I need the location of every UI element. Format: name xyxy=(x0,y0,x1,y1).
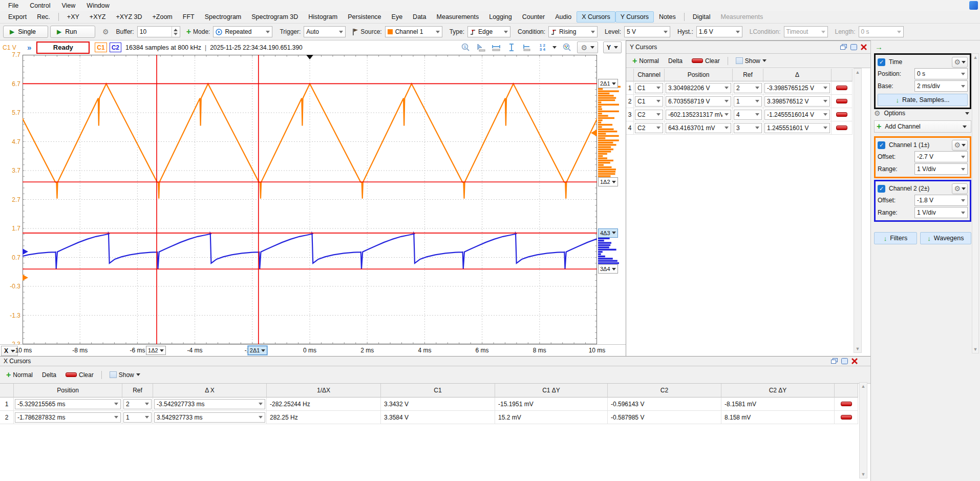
cell-combobox[interactable]: 2 xyxy=(123,399,152,409)
x-cursor-badge-1[interactable]: 1Δ2 xyxy=(146,346,166,355)
tab-logging[interactable]: Logging xyxy=(484,11,517,23)
mode-select[interactable]: Repeated xyxy=(213,26,272,37)
cell-combobox[interactable]: -3.3985765125 V xyxy=(764,83,830,93)
tab-persistence[interactable]: Persistence xyxy=(343,11,386,23)
cell-combobox[interactable]: -3.542927733 ms xyxy=(154,399,265,409)
y-clear-button[interactable]: Clear xyxy=(689,56,723,66)
cell-combobox[interactable]: 2 xyxy=(734,83,762,93)
condition-select[interactable]: Rising xyxy=(548,26,598,37)
scope-plot[interactable] xyxy=(23,55,597,344)
cursor-measure-icon[interactable] xyxy=(476,43,486,52)
cell-combobox[interactable]: C1 xyxy=(635,96,663,107)
tab--xyz[interactable]: +XYZ xyxy=(84,11,111,23)
y-cursor-badge-4[interactable]: 3Δ4 xyxy=(598,264,618,274)
tab-spectrogram-3d[interactable]: Spectrogram 3D xyxy=(246,11,303,23)
x-delta-button[interactable]: Delta xyxy=(39,370,59,380)
corner-ruler-icon[interactable] xyxy=(522,43,532,52)
plot-settings-button[interactable]: ⚙ xyxy=(577,41,598,53)
menu-view[interactable]: View xyxy=(56,1,80,10)
channel2-range-select[interactable]: 1 V/div xyxy=(914,207,968,218)
cell-combobox[interactable]: 1.245551601 V xyxy=(764,123,830,133)
trigger-select[interactable]: Auto xyxy=(304,26,346,37)
lcondition-select[interactable]: Timeout xyxy=(784,26,828,37)
y-cursors-scrollbar[interactable]: ▲▼ xyxy=(854,68,862,353)
cell-combobox[interactable]: C2 xyxy=(635,110,663,120)
remove-cursor-button[interactable] xyxy=(841,415,852,420)
remove-cursor-button[interactable] xyxy=(836,126,847,130)
zoom-options-icon[interactable] xyxy=(562,43,572,52)
channel1-settings-button[interactable]: ⚙ xyxy=(952,140,968,151)
spinner-arrows-icon[interactable] xyxy=(172,27,180,37)
tab--zoom[interactable]: +Zoom xyxy=(147,11,178,23)
remove-cursor-button[interactable] xyxy=(836,86,847,90)
channel1-checkbox[interactable]: ✓ xyxy=(878,141,885,149)
single-button[interactable]: ▶ Single xyxy=(3,26,48,38)
remove-cursor-button[interactable] xyxy=(836,99,847,103)
float-window-icon[interactable] xyxy=(831,358,838,364)
y-show-button[interactable]: Show xyxy=(733,56,770,66)
x-clear-button[interactable]: Clear xyxy=(62,370,97,380)
buffer-gear-icon[interactable]: ⚙ xyxy=(102,28,109,35)
channel2-settings-button[interactable]: ⚙ xyxy=(952,183,968,194)
cell-combobox[interactable]: 3.542927733 ms xyxy=(154,412,265,423)
hyst-select[interactable]: 1.6 V xyxy=(696,26,742,37)
x-cursors-titlebar[interactable]: X Cursors xyxy=(0,356,870,366)
float-window-icon[interactable] xyxy=(840,44,847,50)
tab-measurements[interactable]: Measurements xyxy=(716,11,769,23)
buffer-spinner[interactable]: 10 xyxy=(137,26,180,37)
y-axis-select[interactable]: Y xyxy=(603,41,622,53)
tab-y-cursors[interactable]: Y Cursors xyxy=(615,11,654,23)
type-select[interactable]: Edge xyxy=(467,26,510,37)
maximize-window-icon[interactable] xyxy=(841,358,848,364)
tab--xyz-3d[interactable]: +XYZ 3D xyxy=(111,11,147,23)
time-checkbox[interactable]: ✓ xyxy=(878,58,885,66)
cell-combobox[interactable]: -602.135231317 mV xyxy=(666,110,731,120)
tab-data[interactable]: Data xyxy=(408,11,431,23)
sidebar-scrollbar[interactable]: ▲▼ xyxy=(972,53,979,353)
filters-button[interactable]: ↓ Filters xyxy=(874,232,917,244)
cell-combobox[interactable]: -1.786287832 ms xyxy=(15,412,121,423)
tab-digital[interactable]: Digital xyxy=(688,11,716,23)
tab-x-cursors[interactable]: X Cursors xyxy=(577,11,615,23)
cell-combobox[interactable]: C2 xyxy=(635,123,663,133)
tab-spectrogram[interactable]: Spectrogram xyxy=(200,11,247,23)
tab-fft[interactable]: FFT xyxy=(178,11,200,23)
channel1-offset-select[interactable]: -2.7 V xyxy=(914,151,968,162)
y-cursors-titlebar[interactable]: Y Cursors xyxy=(626,40,870,54)
time-settings-button[interactable]: ⚙ xyxy=(952,57,968,68)
cursor-menu-caret-icon[interactable] xyxy=(552,46,557,49)
rate-samples-button[interactable]: ↓ Rate, Samples... xyxy=(878,94,968,106)
add-channel-button[interactable]: + Add Channel xyxy=(874,120,971,133)
close-panel-icon[interactable] xyxy=(851,358,858,364)
channel2-checkbox[interactable]: ✓ xyxy=(878,185,885,193)
y-cursor-badge-2[interactable]: 1Δ2 xyxy=(598,177,618,186)
x-cursor-badge-2[interactable]: 2Δ1 xyxy=(248,346,268,355)
tab-eye[interactable]: Eye xyxy=(387,11,408,23)
remove-cursor-button[interactable] xyxy=(841,402,852,406)
cell-combobox[interactable]: -5.329215565 ms xyxy=(15,399,121,409)
close-panel-icon[interactable] xyxy=(861,44,867,50)
y-cursor-badge-3[interactable]: 4Δ3 xyxy=(598,228,618,238)
menu-file[interactable]: File xyxy=(3,1,24,10)
tab-counter[interactable]: Counter xyxy=(517,11,550,23)
x-normal-button[interactable]: +Normal xyxy=(3,370,36,380)
source-select[interactable]: Channel 1 xyxy=(385,26,442,37)
cell-combobox[interactable]: 643.4163701 mV xyxy=(666,123,731,133)
channel2-offset-select[interactable]: -1.8 V xyxy=(914,195,968,206)
level-select[interactable]: 5 V xyxy=(624,26,670,37)
tab-rec-[interactable]: Rec. xyxy=(32,11,55,23)
cell-combobox[interactable]: 4 xyxy=(734,110,762,120)
remove-cursor-button[interactable] xyxy=(836,112,847,117)
c2-badge[interactable]: C2 xyxy=(110,43,121,52)
tab-notes[interactable]: Notes xyxy=(654,11,681,23)
tab-measurements[interactable]: Measurements xyxy=(432,11,484,23)
tab-export[interactable]: Export xyxy=(3,11,32,23)
cell-combobox[interactable]: 1 xyxy=(734,96,762,107)
y-cursor-badge-1[interactable]: 2Δ1 xyxy=(598,79,618,88)
options-row[interactable]: ⚙ Options xyxy=(874,108,971,119)
menu-control[interactable]: Control xyxy=(25,1,55,10)
run-button[interactable]: ▶ Run xyxy=(50,26,95,38)
menu-window[interactable]: Window xyxy=(81,1,114,10)
maximize-window-icon[interactable] xyxy=(850,44,857,50)
cell-combobox[interactable]: -1.2455516014 V xyxy=(764,110,830,120)
